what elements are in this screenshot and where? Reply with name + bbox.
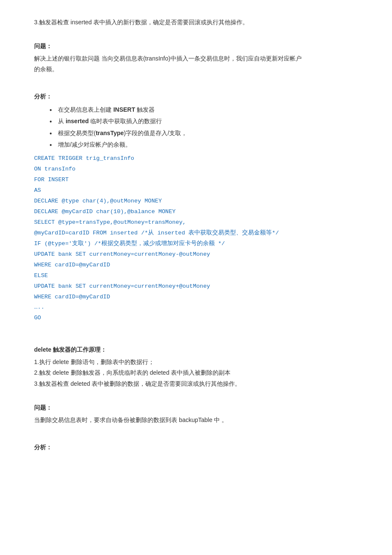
code-line-16: GO — [34, 313, 358, 324]
analysis-section: 分析： 在交易信息表上创建 INSERT 触发器 从 inserted 临时表中… — [34, 92, 358, 150]
code-line-1: CREATE TRIGGER trig_transInfo — [34, 153, 358, 164]
problem-section: 问题： 解决上述的银行取款问题 当向交易信息表(transInfo)中插入一条交… — [34, 41, 358, 75]
code-block: CREATE TRIGGER trig_transInfo ON transIn… — [34, 153, 358, 324]
delete-problem-section: 问题： 当删除交易信息表时，要求自动备份被删除的数据到表 backupTable… — [34, 403, 358, 425]
code-line-15: ….. — [34, 302, 358, 313]
delete-title: delete 触发器的工作原理： — [34, 345, 358, 355]
bullet-item-4: 增加/减少对应帐户的余额。 — [51, 139, 358, 150]
problem-text: 解决上述的银行取款问题 当向交易信息表(transInfo)中插入一条交易信息时… — [34, 53, 358, 75]
delete-title-bold: delete — [34, 346, 51, 353]
delete-analysis-section: 分析： — [34, 442, 358, 453]
bullet-bold-3: transType — [96, 130, 124, 136]
code-line-4: AS — [34, 185, 358, 196]
analysis-label: 分析： — [34, 92, 358, 102]
code-line-13: UPDATE bank SET currentMoney=currentMone… — [34, 281, 358, 292]
intro-section: 3.触发器检查 inserted 表中插入的新行数据，确定是否需要回滚或执行其他… — [34, 17, 358, 28]
analysis-bullets: 在交易信息表上创建 INSERT 触发器 从 inserted 临时表中获取插入… — [51, 104, 358, 150]
code-line-10: UPDATE bank SET currentMoney=currentMone… — [34, 249, 358, 260]
code-line-11: WHERE cardID=@myCardID — [34, 260, 358, 271]
code-line-9: IF (@type='支取') /*根据交易类型，减少或增加对应卡号的余额 */ — [34, 239, 358, 249]
code-line-14: WHERE cardID=@myCardID — [34, 292, 358, 303]
code-line-3: FOR INSERT — [34, 175, 358, 185]
bullet-item-3: 根据交易类型(transType)字段的值是存入/支取， — [51, 128, 358, 139]
delete-step-2: 2.触发 delete 删除触发器，向系统临时表的 deleted 表中插入被删… — [34, 367, 358, 378]
delete-step-3: 3.触发器检查 deleted 表中被删除的数据，确定是否需要回滚或执行其他操作… — [34, 379, 358, 389]
bullet-item-1: 在交易信息表上创建 INSERT 触发器 — [51, 104, 358, 115]
bullet-bold-1: INSERT — [113, 106, 135, 113]
problem-label: 问题： — [34, 41, 358, 52]
delete-problem-label: 问题： — [34, 403, 358, 413]
code-line-7: SELECT @type=transType,@outMoney=transMo… — [34, 217, 358, 228]
bullet-item-2: 从 inserted 临时表中获取插入的数据行 — [51, 116, 358, 127]
intro-text: 3.触发器检查 inserted 表中插入的新行数据，确定是否需要回滚或执行其他… — [34, 17, 358, 28]
code-line-2: ON transInfo — [34, 164, 358, 175]
code-line-8: @myCardID=cardID FROM inserted /*从 inser… — [34, 228, 358, 239]
code-line-6: DECLARE @myCardID char(10),@balance MONE… — [34, 207, 358, 217]
bullet-bold-2: inserted — [66, 118, 89, 124]
delete-analysis-label: 分析： — [34, 442, 358, 453]
code-line-12: ELSE — [34, 271, 358, 281]
delete-problem-text: 当删除交易信息表时，要求自动备份被删除的数据到表 backupTable 中 。 — [34, 415, 358, 425]
delete-section: delete 触发器的工作原理： 1.执行 delete 删除语句，删除表中的数… — [34, 345, 358, 389]
delete-step-1: 1.执行 delete 删除语句，删除表中的数据行； — [34, 357, 358, 367]
code-line-5: DECLARE @type char(4),@outMoney MONEY — [34, 196, 358, 207]
